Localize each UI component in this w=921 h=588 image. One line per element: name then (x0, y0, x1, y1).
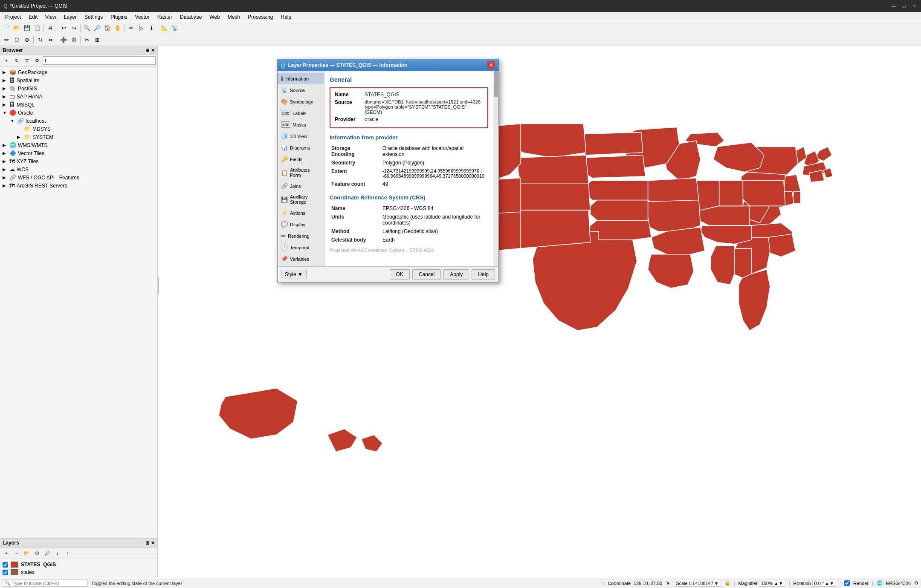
sidebar-item-display[interactable]: 💬 Display (278, 219, 324, 230)
open-button[interactable]: 📂 (12, 23, 21, 33)
close-button[interactable]: ✕ (911, 3, 918, 9)
browser-item-wcs[interactable]: ▶ ☁ WCS (0, 165, 157, 173)
browser-item-arcgis[interactable]: ▶ 🗺 ArcGIS REST Servers (0, 182, 157, 190)
browser-item-system[interactable]: ▶ 📁 SYSTEM (0, 133, 157, 141)
browser-item-oracle[interactable]: ▼ 🔴 Oracle (0, 109, 157, 117)
browser-item-spatialite[interactable]: ▶ 🗄 SpatiaLite (0, 76, 157, 84)
scale-button[interactable]: ⇔ (46, 35, 55, 45)
map-area[interactable]: Q Layer Properties — STATES_QGIS — Infor… (158, 46, 921, 578)
help-button[interactable]: Help (472, 269, 495, 280)
browser-item-xyztiles[interactable]: ▶ 🗺 XYZ Tiles (0, 157, 157, 165)
browser-add-button[interactable]: + (2, 56, 11, 65)
sidebar-item-information[interactable]: ℹ Information (278, 73, 324, 84)
pan-button[interactable]: ✋ (113, 23, 122, 33)
remove-layer-button[interactable]: − (12, 548, 21, 558)
scrollbar-thumb[interactable] (494, 71, 498, 97)
browser-item-vectortiles[interactable]: ▶ 🔷 Vector Tiles (0, 149, 157, 157)
gps-button[interactable]: 📡 (170, 23, 180, 33)
dialog-scrollbar[interactable] (493, 71, 498, 266)
merge-button[interactable]: ⊞ (93, 35, 102, 45)
ok-button[interactable]: OK (390, 269, 410, 280)
sidebar-item-fields[interactable]: 🔑 Fields (278, 153, 324, 165)
sidebar-item-source[interactable]: 📡 Source (278, 84, 324, 96)
filter-layer-button[interactable]: 🔎 (43, 548, 52, 558)
menu-view[interactable]: View (42, 13, 60, 21)
add-feature-button[interactable]: ➕ (59, 35, 68, 45)
expand-layer-button[interactable]: ↓ (53, 548, 62, 558)
zoom-in-button[interactable]: 🔍 (82, 23, 92, 33)
split-button[interactable]: ✂ (82, 35, 92, 45)
save-button[interactable]: 💾 (22, 23, 32, 33)
layers-options-icon[interactable]: ⊞ (145, 540, 149, 546)
browser-item-wfs[interactable]: ▶ 🔗 WFS / OGC API - Features (0, 173, 157, 182)
browser-close-icon[interactable]: ✕ (151, 48, 155, 53)
scale-dropdown[interactable]: Scale 1:14188147 ▼ (674, 580, 721, 587)
menu-mesh[interactable]: Mesh (224, 13, 243, 21)
cancel-button[interactable]: Cancel (412, 269, 441, 280)
collapse-layer-button[interactable]: ↑ (63, 548, 72, 558)
style-button[interactable]: Style ▼ (281, 270, 307, 279)
sidebar-item-labels[interactable]: abc Labels (278, 107, 324, 119)
rotation-dropdown[interactable]: 0.0 ° ▲▼ (812, 580, 837, 587)
open-layer-button[interactable]: 📂 (22, 548, 32, 558)
menu-edit[interactable]: Edit (25, 13, 41, 21)
status-search-container[interactable]: 🔍 (3, 579, 88, 587)
browser-item-geopackage[interactable]: ▶ 📦 GeoPackage (0, 68, 157, 76)
browser-item-mdsys[interactable]: 📁 MDSYS (0, 125, 157, 133)
sidebar-item-temporal[interactable]: 🕐 Temporal (278, 242, 324, 253)
sidebar-item-symbology[interactable]: 🎨 Symbology (278, 96, 324, 107)
new-project-button[interactable]: 📄 (2, 23, 11, 33)
zoom-full-button[interactable]: 🏠 (103, 23, 112, 33)
menu-web[interactable]: Web (206, 13, 223, 21)
minimize-button[interactable]: — (890, 3, 897, 9)
browser-item-mssql[interactable]: ▶ 🗄 MSSQL (0, 101, 157, 109)
layer-item-states-qgis[interactable]: STATES_QGIS (3, 561, 155, 568)
menu-plugins[interactable]: Plugins (107, 13, 130, 21)
browser-refresh-button[interactable]: ↻ (12, 56, 21, 65)
rotate-button[interactable]: ↻ (35, 35, 45, 45)
browser-item-localhost[interactable]: ▼ 🔗 localhost (0, 117, 157, 125)
digitize-button[interactable]: ✏ (2, 35, 11, 45)
sidebar-item-3dview[interactable]: 🧊 3D View (278, 130, 324, 142)
layers-close-icon[interactable]: ✕ (151, 540, 155, 546)
add-layer-button[interactable]: + (2, 548, 11, 558)
layer-item-states[interactable]: states (3, 568, 155, 576)
measure-button[interactable]: 📐 (160, 23, 169, 33)
browser-item-wmswmts[interactable]: ▶ 🌐 WMS/WMTS (0, 141, 157, 149)
menu-vector[interactable]: Vector (132, 13, 153, 21)
sidebar-item-auxiliary-storage[interactable]: 💾 Auxiliary Storage (278, 192, 324, 207)
undo-button[interactable]: ↩ (59, 23, 68, 33)
menu-database[interactable]: Database (177, 13, 205, 21)
select-button[interactable]: ▷ (136, 23, 146, 33)
sidebar-item-attributes-form[interactable]: 📋 Attributes Form (278, 165, 324, 180)
collapse-handle[interactable]: 〈 (158, 277, 159, 294)
sidebar-item-masks[interactable]: abc Masks (278, 119, 324, 130)
layer-visible-checkbox[interactable] (3, 562, 8, 568)
sidebar-item-diagrams[interactable]: 📊 Diagrams (278, 142, 324, 153)
identify-button[interactable]: ℹ (147, 23, 156, 33)
zoom-out-button[interactable]: 🔎 (93, 23, 102, 33)
browser-settings-button[interactable]: ⚙ (32, 56, 42, 65)
magnifier-dropdown[interactable]: 100% ▲▼ (759, 580, 785, 587)
redo-button[interactable]: ↪ (69, 23, 78, 33)
delete-button[interactable]: 🗑 (69, 35, 78, 45)
browser-filter-button[interactable]: ▽ (22, 56, 32, 65)
browser-item-postgis[interactable]: ▶ 🐘 PostGIS (0, 84, 157, 92)
menu-help[interactable]: Help (278, 13, 295, 21)
menu-processing[interactable]: Processing (244, 13, 276, 21)
print-button[interactable]: 🖨 (46, 23, 55, 33)
move-button[interactable]: ⊕ (22, 35, 32, 45)
browser-item-saphana[interactable]: ▶ 🗃 SAP HANA (0, 92, 157, 101)
status-search-input[interactable] (12, 581, 81, 586)
layer-properties-button[interactable]: ⚙ (32, 548, 42, 558)
menu-project[interactable]: Project (2, 13, 24, 21)
edit-button[interactable]: ✏ (126, 23, 136, 33)
sidebar-item-rendering[interactable]: ✏ Rendering (278, 230, 324, 242)
sidebar-item-actions[interactable]: ⚡ Actions (278, 207, 324, 219)
save-as-button[interactable]: 📋 (32, 23, 42, 33)
node-tool-button[interactable]: ⬡ (12, 35, 21, 45)
maximize-button[interactable]: □ (901, 3, 907, 9)
layer-visible-checkbox[interactable] (3, 570, 8, 575)
menu-settings[interactable]: Settings (81, 13, 106, 21)
render-checkbox[interactable] (844, 580, 850, 586)
